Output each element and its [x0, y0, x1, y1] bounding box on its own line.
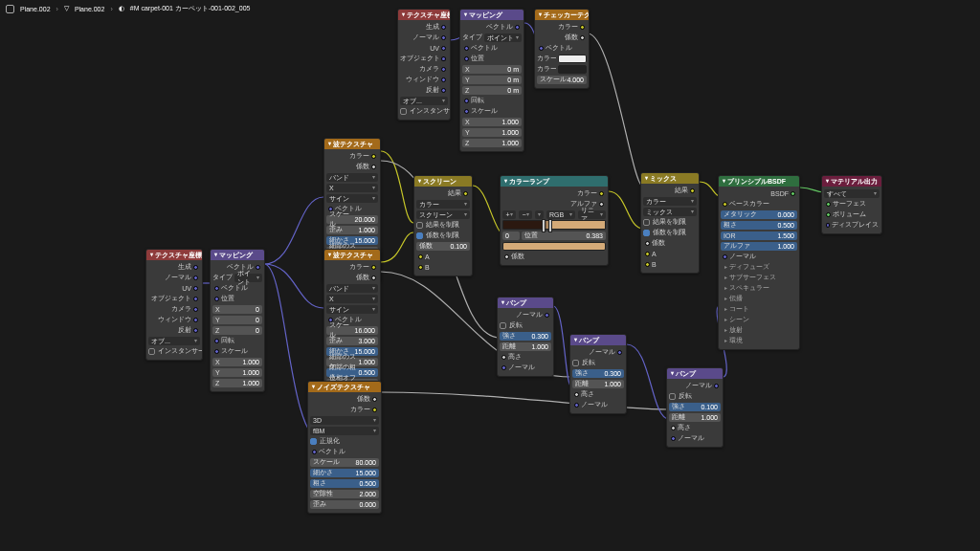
out-color[interactable]: カラー — [349, 151, 369, 161]
from-instancer-check[interactable]: インスタンサーから — [148, 346, 203, 356]
wave-scale[interactable]: スケール16.000 — [326, 326, 378, 335]
in-height[interactable]: 高さ — [678, 423, 691, 432]
node-bump-2[interactable]: バンプ ノーマル 反転 強さ0.300 距離1.000 高さ ノーマル — [569, 334, 627, 414]
out-generated[interactable]: 生成 — [178, 262, 191, 272]
in-a[interactable]: A — [425, 253, 430, 260]
bsdf-metallic[interactable]: メタリック0.000 — [721, 210, 797, 219]
ramp-index[interactable]: 0 — [502, 231, 520, 240]
bump-invert[interactable]: 反転 — [669, 391, 692, 401]
wave-type[interactable]: バンド — [326, 284, 378, 293]
in-b[interactable]: B — [652, 261, 657, 268]
bsdf-ior[interactable]: IOR1.500 — [721, 231, 797, 240]
node-header[interactable]: ノイズテクスチャ — [308, 382, 381, 392]
node-mapping-top[interactable]: マッピング ベクトル タイプポイント ベクトル 位置 X0 m Y0 m Z0 … — [459, 9, 524, 152]
bump-strength[interactable]: 強さ0.300 — [500, 332, 551, 341]
fold-sheen[interactable]: シーン — [721, 315, 797, 324]
out-object[interactable]: オブジェクト — [400, 54, 439, 63]
noise-normalize[interactable]: 正規化 — [310, 436, 340, 446]
in-normal[interactable]: ノーマル — [581, 400, 608, 409]
fold-diffuse[interactable]: ディフューズ — [721, 262, 797, 272]
out-window[interactable]: ウィンドウ — [406, 75, 439, 84]
fold-thin[interactable]: 環境 — [721, 336, 797, 345]
object-picker[interactable]: オブ... — [400, 97, 448, 105]
color1-swatch[interactable] — [558, 55, 587, 63]
mix-datatype[interactable]: カラー — [416, 200, 470, 209]
bump-invert[interactable]: 反転 — [572, 358, 595, 367]
out-normal[interactable]: ノーマル — [589, 347, 615, 357]
bump-distance[interactable]: 距離1.000 — [669, 413, 721, 422]
out-window[interactable]: ウィンドウ — [158, 315, 191, 324]
node-screen-mix[interactable]: スクリーン 結果 カラー スクリーン 結果を制限 係数を制限 係数0.100 A… — [413, 175, 473, 276]
node-header[interactable]: プリンシプルBSDF — [719, 176, 799, 187]
in-surface[interactable]: サーフェス — [833, 199, 866, 209]
in-normal[interactable]: ノーマル — [729, 252, 756, 261]
out-fac[interactable]: 係数 — [356, 273, 369, 282]
out-fac[interactable]: 係数 — [356, 162, 369, 171]
node-header[interactable]: バンプ — [570, 335, 626, 345]
ramp-pos[interactable]: 位置0.383 — [522, 231, 606, 240]
out-object[interactable]: オブジェクト — [151, 294, 191, 303]
loc-z[interactable]: Z0 — [212, 326, 262, 335]
mix-factor[interactable]: 係数0.100 — [416, 242, 470, 251]
node-header[interactable]: テクスチャ座標 — [398, 10, 450, 20]
in-b[interactable]: B — [425, 264, 430, 271]
node-header[interactable]: ミックス — [641, 173, 699, 184]
out-uv[interactable]: UV — [430, 45, 439, 52]
fold-transmission[interactable]: 伝播 — [721, 294, 797, 303]
noise-scale[interactable]: スケール80.000 — [310, 458, 379, 467]
in-displacement[interactable]: ディスプレイスメント — [832, 220, 880, 230]
fold-subsurface[interactable]: サブサーフェス — [721, 273, 797, 282]
clamp-result[interactable]: 結果を制限 — [643, 217, 686, 227]
out-generated[interactable]: 生成 — [426, 22, 439, 32]
out-color[interactable]: カラー — [349, 262, 369, 272]
node-header[interactable]: マッピング — [460, 10, 523, 20]
node-header[interactable]: チェッカーテクスチャ — [535, 10, 589, 20]
in-fac[interactable]: 係数 — [511, 252, 524, 261]
in-vector[interactable]: ベクトル — [546, 43, 572, 53]
node-header[interactable]: マテリアル出力 — [822, 176, 881, 187]
color-ramp-gradient[interactable] — [502, 220, 606, 230]
object-picker[interactable]: オブ... — [148, 337, 200, 345]
noise-type[interactable]: fBM — [310, 427, 379, 435]
out-reflection[interactable]: 反射 — [426, 85, 439, 95]
node-header[interactable]: バンプ — [667, 368, 723, 379]
loc-y[interactable]: Y0 — [212, 316, 262, 324]
wave-distort[interactable]: 歪み1.000 — [326, 226, 378, 234]
in-volume[interactable]: ボリューム — [833, 209, 866, 219]
node-header[interactable]: テクスチャ座標 — [146, 250, 202, 260]
out-camera[interactable]: カメラ — [171, 304, 191, 314]
bsdf-alpha[interactable]: アルファ1.000 — [721, 242, 797, 251]
node-texcoord-left[interactable]: テクスチャ座標 生成 ノーマル UV オブジェクト カメラ ウィンドウ 反射 オ… — [145, 249, 203, 361]
wave-profile[interactable]: サイン — [326, 305, 378, 314]
scale-z[interactable]: Z1.000 — [462, 139, 522, 147]
clamp-factor[interactable]: 係数を制限 — [416, 231, 459, 240]
bump-distance[interactable]: 距離1.000 — [572, 380, 624, 388]
out-color[interactable]: カラー — [350, 405, 370, 414]
in-vector[interactable]: ベクトル — [319, 447, 345, 456]
out-fac[interactable]: 係数 — [565, 33, 578, 42]
mix-datatype[interactable]: カラー — [643, 197, 697, 206]
node-header[interactable]: バンプ — [498, 298, 553, 308]
fold-coat[interactable]: コート — [721, 304, 797, 314]
wave-distort[interactable]: 歪み3.000 — [326, 337, 378, 345]
crumb-data[interactable]: Plane.002 — [75, 6, 105, 12]
in-vector[interactable]: ベクトル — [221, 283, 248, 293]
out-reflection[interactable]: 反射 — [178, 325, 191, 335]
node-principled-bsdf[interactable]: プリンシプルBSDF BSDF ベースカラー メタリック0.000 粗さ0.50… — [718, 175, 800, 350]
scale-z[interactable]: Z1.000 — [212, 379, 262, 387]
noise-detail[interactable]: 細かさ15.000 — [310, 469, 379, 477]
out-result[interactable]: 結果 — [448, 188, 461, 198]
bump-distance[interactable]: 距離1.000 — [500, 342, 551, 351]
node-header[interactable]: カラーランプ — [501, 176, 608, 187]
node-bump-1[interactable]: バンプ ノーマル 反転 強さ0.300 距離1.000 高さ ノーマル — [497, 297, 554, 377]
out-normal[interactable]: ノーマル — [685, 381, 712, 390]
wave-dir[interactable]: X — [326, 184, 378, 192]
node-texcoord-top[interactable]: テクスチャ座標 生成 ノーマル UV オブジェクト カメラ ウィンドウ 反射 オ… — [397, 9, 451, 121]
clamp-result[interactable]: 結果を制限 — [416, 220, 459, 230]
loc-y[interactable]: Y0 m — [462, 76, 522, 84]
in-height[interactable]: 高さ — [581, 389, 594, 399]
out-color[interactable]: カラー — [577, 188, 597, 198]
out-result[interactable]: 結果 — [675, 186, 688, 195]
ramp-mode[interactable]: RGB — [546, 210, 575, 219]
node-noise[interactable]: ノイズテクスチャ 係数 カラー 3D fBM 正規化 ベクトル スケール80.0… — [307, 381, 382, 514]
